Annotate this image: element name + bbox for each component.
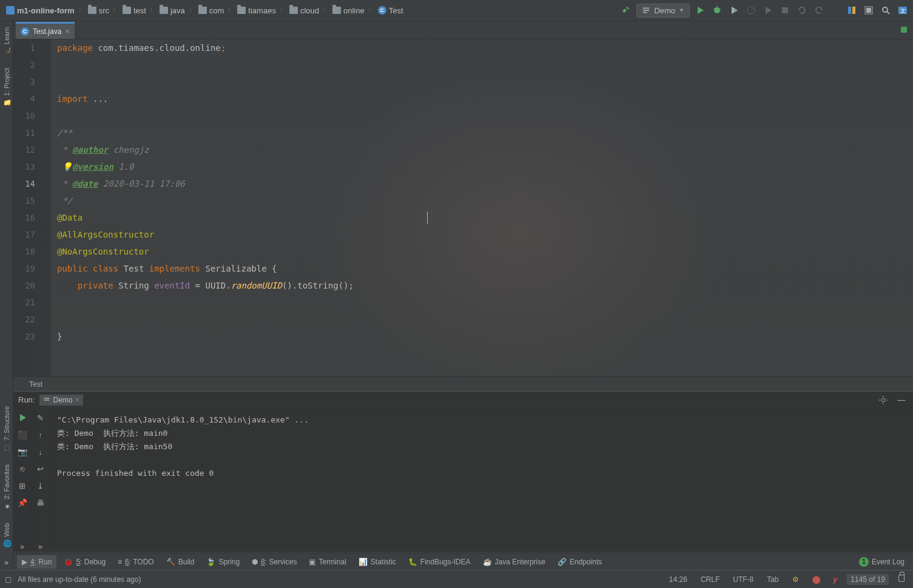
status-encoding[interactable]: UTF-8 [729, 575, 757, 584]
status-warn-icon-1[interactable]: ⚙ [789, 575, 803, 584]
sidebar-tab-learn[interactable]: 🎓Learn [1, 21, 12, 62]
redo-button[interactable] [812, 4, 826, 17]
stop-button[interactable] [778, 4, 792, 17]
run-panel: Run: Demo × — ⬛ 📷 ⎋ ⊞ 📌 » ✎ [13, 391, 913, 552]
editor-breadcrumb-item[interactable]: Test [29, 380, 42, 389]
crumb-test[interactable]: test [120, 5, 149, 16]
topbar: m1-online-form 〉 src 〉 test 〉 java 〉 com… [0, 0, 913, 21]
status-time[interactable]: 14:26 [665, 575, 691, 584]
status-icon[interactable]: ▢ [5, 575, 12, 584]
search-everywhere-button[interactable] [879, 4, 892, 17]
translate-button[interactable]: 文 [896, 4, 909, 17]
event-count-badge: 1 [859, 557, 869, 567]
bottom-tab-debug[interactable]: 🐞 5: Debug [59, 555, 110, 569]
svg-rect-2 [643, 12, 647, 13]
pin-button[interactable]: 📌 [17, 497, 28, 508]
bottom-tab-java-ee[interactable]: ☕ Java Enterprise [478, 555, 550, 569]
exit-button[interactable]: ⎋ [17, 463, 28, 474]
svg-line-14 [887, 12, 889, 14]
gutter[interactable]: 1 2 3 4 10 11 12 13 14 15 16 17 18 19 20… [13, 39, 51, 376]
status-memory[interactable]: 1145 of 19 [847, 574, 889, 585]
debug-button[interactable] [710, 4, 724, 17]
run-button[interactable] [693, 4, 707, 17]
editor-breadcrumb: Test [13, 376, 913, 391]
rerun-button[interactable] [17, 412, 28, 423]
status-line-separator[interactable]: CRLF [697, 575, 723, 584]
file-tab-label: Test.java [33, 27, 61, 36]
svg-rect-1 [643, 10, 650, 11]
stop-process-button[interactable]: ⬛ [17, 429, 28, 440]
line-number: 22 [13, 311, 39, 328]
inspection-ok-indicator[interactable] [901, 27, 907, 33]
bottom-tab-services[interactable]: ⬢ 8: Services [247, 555, 302, 569]
svg-rect-10 [852, 7, 855, 14]
attach-button[interactable] [761, 4, 775, 17]
file-tab[interactable]: C Test.java × [16, 22, 75, 39]
bottom-tab-build[interactable]: 🔨 Build [161, 555, 200, 569]
layout-button[interactable]: ⊞ [17, 480, 28, 491]
chevron-right-icon: 〉 [278, 6, 287, 15]
hide-run-panel-button[interactable]: — [895, 393, 908, 407]
bottom-tab-run[interactable]: ▶ 4: Run [17, 555, 56, 569]
bottom-tab-endpoints[interactable]: 🔗 Endpoints [553, 555, 607, 569]
crumb-src[interactable]: src [86, 5, 112, 16]
crumb-text: tiamaes [248, 6, 276, 15]
line-number: 4 [13, 90, 39, 107]
bottom-tab-statistic[interactable]: 📊 Statistic [354, 555, 401, 569]
git-branch-button[interactable] [845, 4, 858, 17]
crumb-com[interactable]: com [196, 5, 227, 16]
run-config-tab[interactable]: Demo × [39, 395, 83, 406]
status-y-icon[interactable]: y [830, 575, 841, 584]
bottom-tab-event-log[interactable]: 1 Event Log [854, 555, 909, 569]
up-button[interactable]: ↑ [35, 429, 46, 440]
crumb-tiamaes[interactable]: tiamaes [235, 5, 278, 16]
code-editor[interactable]: 1 2 3 4 10 11 12 13 14 15 16 17 18 19 20… [13, 39, 913, 376]
svg-rect-18 [44, 399, 50, 401]
crumb-project[interactable]: m1-online-form [4, 5, 77, 16]
close-run-tab-button[interactable]: × [75, 396, 79, 404]
close-tab-button[interactable]: × [65, 27, 70, 36]
coverage-button[interactable] [727, 4, 741, 17]
crumb-java[interactable]: java [157, 5, 187, 16]
sidebar-collapse-button[interactable]: » [2, 558, 11, 566]
code-area[interactable]: package com.tiamaes.cloud.online; import… [51, 39, 913, 376]
svg-rect-9 [848, 7, 851, 14]
status-indent[interactable]: Tab [763, 575, 782, 584]
dump-threads-button[interactable]: 📷 [17, 446, 28, 457]
sidebar-tab-web[interactable]: 🌐Web [1, 517, 12, 554]
run-console[interactable]: "C:\Program Files\Java\jdk1.8.0_152\bin\… [50, 409, 913, 552]
crumb-text: src [99, 6, 109, 15]
reload-button[interactable] [795, 4, 809, 17]
expand-button[interactable]: » [17, 541, 28, 552]
status-error-icon[interactable]: ⬤ [809, 575, 824, 584]
chevron-right-icon: 〉 [226, 6, 235, 15]
edit-button[interactable]: ✎ [35, 412, 46, 423]
run-config-selector[interactable]: Demo ▼ [636, 4, 690, 18]
build-hammer-button[interactable] [619, 4, 633, 17]
crumb-class[interactable]: CTest [376, 5, 406, 16]
print-button[interactable]: 🖶 [35, 497, 46, 508]
svg-rect-8 [782, 7, 788, 13]
bottom-tab-terminal[interactable]: ▣ Terminal [304, 555, 351, 569]
chevron-right-icon: 〉 [367, 6, 376, 15]
soft-wrap-button[interactable]: ↩ [35, 463, 46, 474]
bottom-tab-todo[interactable]: ≡ 6: TODO [113, 555, 159, 569]
svg-rect-12 [866, 8, 871, 13]
sidebar-tab-favorites[interactable]: ★2: Favorites [1, 458, 12, 516]
chevron-down-icon: ▼ [679, 7, 684, 13]
status-lock-icon[interactable] [895, 575, 908, 584]
sidebar-tab-structure[interactable]: ⬚7: Structure [1, 400, 12, 458]
ide-settings-button[interactable] [862, 4, 875, 17]
down-button[interactable]: ↓ [35, 446, 46, 457]
run-tab-icon [43, 396, 50, 404]
bottom-tab-spring[interactable]: 🍃 Spring [201, 555, 244, 569]
run-settings-button[interactable] [877, 393, 890, 407]
crumb-text: cloud [300, 6, 319, 15]
crumb-cloud[interactable]: cloud [287, 5, 322, 16]
sidebar-tab-project[interactable]: 📁1: Project [1, 62, 12, 113]
more-button[interactable]: » [35, 541, 46, 552]
bottom-tab-findbugs[interactable]: 🐛 FindBugs-IDEA [403, 555, 476, 569]
profile-button[interactable] [744, 4, 758, 17]
crumb-online[interactable]: online [330, 5, 367, 16]
scroll-end-button[interactable]: ⤓ [35, 480, 46, 491]
